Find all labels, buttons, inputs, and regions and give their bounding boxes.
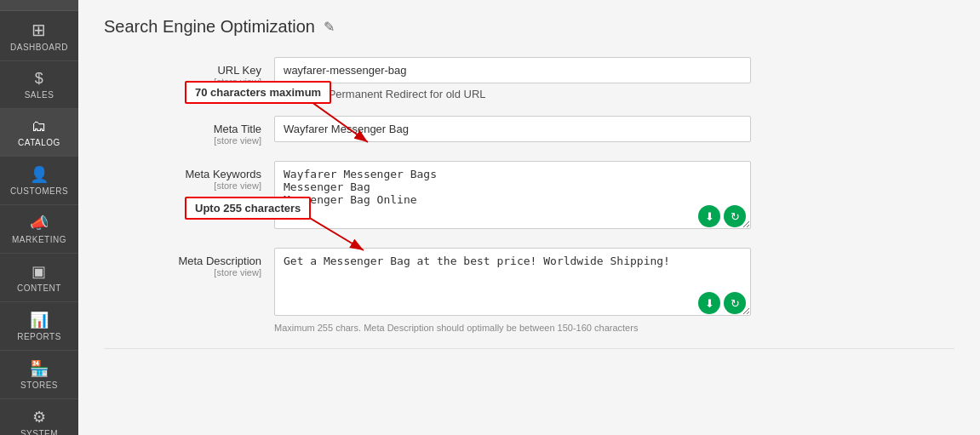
sidebar-label-marketing: MARKETING bbox=[12, 235, 66, 244]
sidebar-item-system[interactable]: ⚙ SYSTEM bbox=[0, 399, 78, 435]
sidebar: ⊞ DASHBOARD $ SALES 🗂 CATALOG 👤 CUSTOMER… bbox=[0, 0, 78, 435]
catalog-icon: 🗂 bbox=[32, 117, 48, 135]
meta-keywords-controls: Wayfarer Messenger Bags Messenger Bag Me… bbox=[274, 161, 751, 232]
meta-description-hint: Maximum 255 chars. Meta Description shou… bbox=[274, 323, 751, 333]
url-key-controls: Create Permanent Redirect for old URL bbox=[274, 57, 751, 100]
customers-icon: 👤 bbox=[30, 165, 49, 184]
section-divider bbox=[104, 348, 954, 349]
sidebar-top-bar bbox=[0, 0, 78, 11]
system-icon: ⚙ bbox=[32, 408, 47, 426]
sidebar-label-sales: SALES bbox=[25, 90, 54, 100]
meta-description-input[interactable]: Get a Messenger Bag at the best price! W… bbox=[274, 248, 751, 316]
sidebar-item-reports[interactable]: 📊 REPORTS bbox=[0, 302, 78, 351]
page-header: Search Engine Optimization ✎ bbox=[104, 17, 954, 37]
meta-keywords-annotation: Upto 255 characters bbox=[185, 197, 311, 220]
meta-description-download-icon[interactable]: ⬇ bbox=[698, 292, 720, 314]
sidebar-label-dashboard: DASHBOARD bbox=[10, 43, 68, 52]
url-key-section: 70 characters maximum URL Key [store vie… bbox=[104, 57, 954, 100]
sidebar-item-catalog[interactable]: 🗂 CATALOG bbox=[0, 109, 78, 157]
meta-title-controls bbox=[274, 116, 751, 142]
meta-title-row: Meta Title [store view] bbox=[104, 116, 954, 146]
content-icon: ▣ bbox=[32, 262, 47, 281]
meta-title-label: Meta Title [store view] bbox=[104, 116, 274, 146]
meta-description-textarea-wrap: Get a Messenger Bag at the best price! W… bbox=[274, 248, 751, 319]
sidebar-label-reports: REPORTS bbox=[17, 332, 61, 341]
sidebar-item-marketing[interactable]: 📣 MARKETING bbox=[0, 205, 78, 254]
redirect-checkbox-row: Create Permanent Redirect for old URL bbox=[274, 88, 751, 100]
meta-keywords-label: Meta Keywords [store view] bbox=[104, 161, 274, 191]
meta-title-input[interactable] bbox=[274, 116, 751, 142]
meta-keywords-input[interactable]: Wayfarer Messenger Bags Messenger Bag Me… bbox=[274, 161, 751, 229]
sidebar-item-stores[interactable]: 🏪 STORES bbox=[0, 351, 78, 399]
sidebar-label-system: SYSTEM bbox=[20, 429, 58, 435]
sidebar-item-sales[interactable]: $ SALES bbox=[0, 61, 78, 109]
meta-description-row: Meta Description [store view] Get a Mess… bbox=[104, 248, 954, 333]
meta-keywords-textarea-wrap: Wayfarer Messenger Bags Messenger Bag Me… bbox=[274, 161, 751, 232]
meta-keywords-section: Upto 255 characters Meta Keywords [store… bbox=[104, 161, 954, 232]
dashboard-icon: ⊞ bbox=[32, 20, 47, 40]
meta-description-icons: ⬇ ↻ bbox=[698, 292, 746, 314]
main-content: Search Engine Optimization ✎ 70 characte… bbox=[78, 0, 980, 435]
sales-icon: $ bbox=[35, 70, 44, 88]
sidebar-label-stores: STORES bbox=[20, 381, 58, 390]
stores-icon: 🏪 bbox=[30, 359, 49, 378]
sidebar-item-content[interactable]: ▣ CONTENT bbox=[0, 254, 78, 302]
meta-description-controls: Get a Messenger Bag at the best price! W… bbox=[274, 248, 751, 333]
sidebar-label-content: CONTENT bbox=[17, 283, 61, 293]
sidebar-label-catalog: CATALOG bbox=[18, 138, 60, 147]
edit-icon[interactable]: ✎ bbox=[324, 19, 335, 35]
sidebar-item-dashboard[interactable]: ⊞ DASHBOARD bbox=[0, 11, 78, 61]
meta-keywords-download-icon[interactable]: ⬇ bbox=[698, 205, 720, 227]
url-key-annotation: 70 characters maximum bbox=[185, 81, 331, 104]
marketing-icon: 📣 bbox=[30, 214, 49, 232]
meta-description-refresh-icon[interactable]: ↻ bbox=[724, 292, 746, 314]
reports-icon: 📊 bbox=[30, 311, 49, 329]
page-title: Search Engine Optimization bbox=[104, 17, 315, 37]
meta-keywords-icons: ⬇ ↻ bbox=[698, 205, 746, 227]
meta-description-label: Meta Description [store view] bbox=[104, 248, 274, 278]
url-key-input[interactable] bbox=[274, 57, 751, 83]
meta-keywords-refresh-icon[interactable]: ↻ bbox=[724, 205, 746, 227]
sidebar-label-customers: CUSTOMERS bbox=[10, 186, 68, 196]
sidebar-item-customers[interactable]: 👤 CUSTOMERS bbox=[0, 157, 78, 205]
